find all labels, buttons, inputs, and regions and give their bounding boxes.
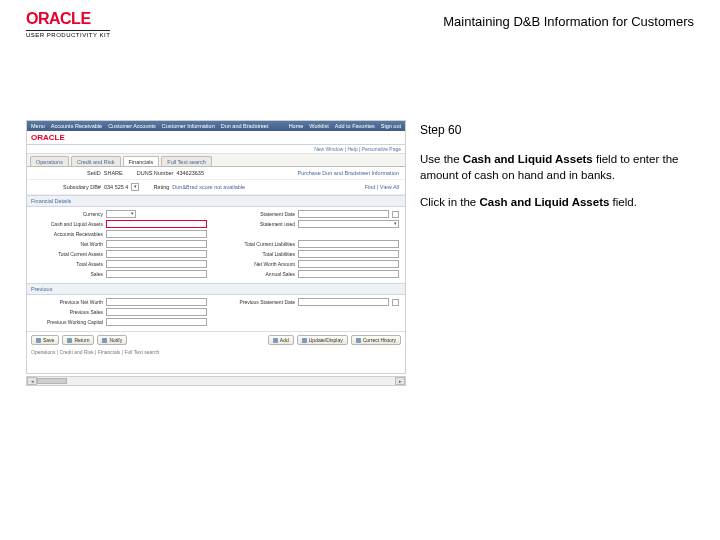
subsidiary-value: 034 525 4 [104,184,128,190]
statement-used-label: Statement used [225,221,295,227]
notify-button[interactable]: Notify [97,335,127,345]
instruction-column: Step 60 Use the Cash and Liquid Assets f… [420,120,700,386]
cash-liquid-label: Cash and Liquid Assets [33,221,103,227]
statement-date-input[interactable] [298,210,389,218]
util-links[interactable]: New Window | Help | Personalize Page [27,145,405,154]
networth-amt-label: Net Worth Amount [225,261,295,267]
app-logo-row: ORACLE [27,131,405,145]
tot-cur-assets-input[interactable] [106,250,207,258]
duns-label: DUNS Number [137,170,174,176]
crumb[interactable]: Menu [31,123,45,129]
instr2-a: Click in the [420,196,479,208]
oracle-logo: ORACLE [26,10,110,28]
networth-label: Net Worth [33,241,103,247]
ar-input[interactable] [106,230,207,238]
main-content: Menu Accounts Receivable Customer Accoun… [0,44,720,386]
tab-credit-risk[interactable]: Credit and Risk [71,156,121,166]
scroll-left-icon[interactable]: ◂ [27,377,37,385]
tot-cur-liab-input[interactable] [298,240,399,248]
tot-cur-liab-label: Total Current Liabilities [225,241,295,247]
find-viewall[interactable]: Find | View All [365,184,399,190]
prev-stmt-date-label: Previous Statement Date [225,299,295,305]
subsidiary-lookup-icon[interactable] [131,183,139,191]
fav-link[interactable]: Add to Favorites [335,123,375,129]
instr2-b: Cash and Liquid Assets [479,196,609,208]
instruction-1: Use the Cash and Liquid Assets field to … [420,152,700,183]
screenshot-column: Menu Accounts Receivable Customer Accoun… [26,120,406,386]
tab-fulltext[interactable]: Full Text search [161,156,211,166]
worklist-link[interactable]: Worklist [309,123,328,129]
app-menubar: Menu Accounts Receivable Customer Accoun… [27,121,405,131]
instr1-a: Use the [420,153,463,165]
info-row-2: Subsidiary DB# 034 525 4 Rating Dun&Brad… [27,180,405,195]
statement-used-select[interactable] [298,220,399,228]
logo-block: ORACLE USER PRODUCTIVITY KIT [26,10,110,38]
crumb[interactable]: Dun and Bradstreet [221,123,269,129]
tab-operations[interactable]: Operations [30,156,69,166]
calendar-icon[interactable] [392,211,399,218]
prev-stmt-date-input[interactable] [298,298,389,306]
step-label: Step 60 [420,122,700,138]
prev-wc-label: Previous Working Capital [33,319,103,325]
calendar-icon[interactable] [392,299,399,306]
return-button[interactable]: Return [62,335,94,345]
statement-date-label: Statement Date [225,211,295,217]
notify-icon [102,338,107,343]
instr2-c: field. [609,196,637,208]
annual-sales-input[interactable] [298,270,399,278]
tab-financials[interactable]: Financials [123,156,160,166]
crumb[interactable]: Customer Accounts [108,123,156,129]
home-link[interactable]: Home [289,123,304,129]
save-icon [36,338,41,343]
networth-amt-input[interactable] [298,260,399,268]
update-icon [302,338,307,343]
add-icon [273,338,278,343]
tot-liab-input[interactable] [298,250,399,258]
networth-input[interactable] [106,240,207,248]
rating-value: Dun&Brad score not available [172,184,245,190]
prev-networth-input[interactable] [106,298,207,306]
horizontal-scrollbar[interactable]: ◂ ▸ [26,376,406,386]
crumb[interactable]: Accounts Receivable [51,123,102,129]
tot-assets-input[interactable] [106,260,207,268]
return-label: Return [74,337,89,343]
section-financial-details: Financial Details [27,195,405,207]
instr1-b: Cash and Liquid Assets [463,153,593,165]
purchase-link[interactable]: Purchase Dun and Bradstreet Information [297,170,399,176]
subsidiary-label: Subsidiary DB# [63,184,101,190]
page-header: ORACLE USER PRODUCTIVITY KIT Maintaining… [0,0,720,44]
sales-input[interactable] [106,270,207,278]
section-previous: Previous [27,283,405,295]
currency-select[interactable] [106,210,136,218]
top-links: Home Worklist Add to Favorites Sign out [289,123,401,129]
add-button[interactable]: Add [268,335,294,345]
app-oracle-logo: ORACLE [31,133,65,142]
rating-label: Rating [153,184,169,190]
save-label: Save [43,337,54,343]
prev-sales-input[interactable] [106,308,207,316]
cash-liquid-assets-input[interactable] [106,220,207,228]
update-label: Update/Display [309,337,343,343]
oracle-subtitle: USER PRODUCTIVITY KIT [26,30,110,38]
scroll-thumb[interactable] [37,378,67,384]
sales-label: Sales [33,271,103,277]
financial-form: Currency Statement Date Cash and Liquid … [27,207,405,283]
prev-wc-input[interactable] [106,318,207,326]
page-title: Maintaining D&B Information for Customer… [443,14,694,29]
signout-link[interactable]: Sign out [381,123,401,129]
instruction-2: Click in the Cash and Liquid Assets fiel… [420,195,700,211]
update-button[interactable]: Update/Display [297,335,348,345]
correct-button[interactable]: Correct History [351,335,401,345]
correct-icon [356,338,361,343]
ar-label: Accounts Receivables [33,231,103,237]
correct-label: Correct History [363,337,396,343]
crumb[interactable]: Customer Information [162,123,215,129]
save-button[interactable]: Save [31,335,59,345]
duns-value: 434623635 [176,170,204,176]
scroll-right-icon[interactable]: ▸ [395,377,405,385]
footer-links[interactable]: Operations | Credit and Risk | Financial… [27,347,405,373]
previous-form: Previous Net Worth Previous Statement Da… [27,295,405,331]
tabstrip: Operations Credit and Risk Financials Fu… [27,154,405,167]
tot-cur-assets-label: Total Current Assets [33,251,103,257]
annual-sales-label: Annual Sales [225,271,295,277]
